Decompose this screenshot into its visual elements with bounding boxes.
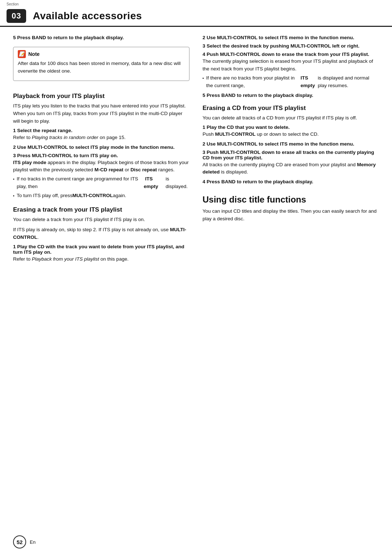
note-box: 📝 Note After data for 100 discs has been… [13, 47, 189, 81]
playback-step3-mcd: M-CD repeat [94, 167, 123, 172]
playback-step3-body: ITS play mode appears in the display. Pl… [13, 159, 189, 174]
ecd-step3-bold: Memory deleted [203, 162, 376, 175]
section-number: 03 [7, 9, 26, 23]
ecd-step3: 3 Push MULTI-CONTROL down to erase all t… [203, 150, 379, 176]
ecd-step3-body: All tracks on the currently playing CD a… [203, 161, 379, 176]
ecd-step1: 1 Play the CD that you want to delete. P… [203, 125, 379, 138]
right-step4-bullet1-bold: ITS empty [301, 74, 318, 90]
left-column: 5 Press BAND to return to the playback d… [13, 35, 189, 266]
section-label: Section [0, 0, 392, 6]
using-disc-intro: You can input CD titles and display the … [203, 208, 379, 223]
step-5-left-title: 5 Press BAND to return to the playback d… [13, 35, 189, 40]
erasing-track-intro2-bold: MULTI-CONTROL [13, 227, 186, 240]
ecd-step4-title: 4 Press BAND to return to the playback d… [203, 179, 379, 184]
right-step4-bullet1: If there are no tracks from your playlis… [203, 74, 379, 90]
right-step3-title: 3 Select the desired track by pushing MU… [203, 43, 379, 49]
playback-bullet1-bold: ITS empty [144, 175, 166, 191]
note-icon: 📝 [18, 50, 26, 58]
playback-step1-body: Refer to Playing tracks in random order … [13, 134, 189, 142]
playback-step1: 1 Select the repeat range. Refer to Play… [13, 128, 189, 142]
erasing-step1: 1 Play the CD with the track you want to… [13, 244, 189, 263]
erasing-step1-title: 1 Play the CD with the track you want to… [13, 244, 189, 255]
step-5-left: 5 Press BAND to return to the playback d… [13, 35, 189, 40]
ecd-step2: 2 Use MULTI-CONTROL to select ITS memo i… [203, 141, 379, 147]
playback-step1-ref: Playing tracks in random order [32, 135, 98, 140]
right-step3: 3 Select the desired track by pushing MU… [203, 43, 379, 49]
playback-bullet2: To turn ITS play off, press MULTI-CONTRO… [13, 192, 189, 200]
playback-bullet2-bold: MULTI-CONTROL [72, 192, 113, 200]
ecd-step1-body-bold: MULTI-CONTROL [215, 131, 256, 137]
playback-step3-its: ITS play mode [13, 160, 46, 165]
playback-step2-title: 2 Use MULTI-CONTROL to select ITS play m… [13, 144, 189, 150]
ecd-step4: 4 Press BAND to return to the playback d… [203, 179, 379, 184]
ecd-step2-title: 2 Use MULTI-CONTROL to select ITS memo i… [203, 141, 379, 147]
erasing-track-intro2: If ITS play is already on, skip to step … [13, 226, 189, 241]
using-disc-heading: Using disc title functions [203, 195, 379, 205]
right-step4: 4 Push MULTI-CONTROL down to erase the t… [203, 52, 379, 90]
footer: 52 En [13, 535, 36, 548]
note-text: After data for 100 discs has been stored… [18, 60, 185, 75]
right-column: 2 Use MULTI-CONTROL to select ITS memo i… [203, 35, 379, 266]
playback-step3-title: 3 Press MULTI-CONTROL to turn ITS play o… [13, 153, 189, 158]
page-number: 52 [13, 535, 26, 548]
right-step5-title: 5 Press BAND to return to the playback d… [203, 93, 379, 98]
playback-step1-title: 1 Select the repeat range. [13, 128, 189, 133]
right-step2: 2 Use MULTI-CONTROL to select ITS memo i… [203, 35, 379, 40]
right-step4-body1: The currently playing selection is erase… [203, 58, 379, 73]
playback-step2: 2 Use MULTI-CONTROL to select ITS play m… [13, 144, 189, 150]
playback-step3-disc: Disc repeat [130, 167, 157, 172]
note-header: 📝 Note [18, 50, 185, 58]
erasing-track-intro1: You can delete a track from your ITS pla… [13, 216, 189, 224]
main-content: 5 Press BAND to return to the playback d… [0, 27, 392, 266]
page-title: Available accessories [33, 10, 142, 22]
erasing-cd-intro: You can delete all tracks of a CD from y… [203, 114, 379, 122]
note-label: Note [28, 50, 40, 58]
ecd-step3-title: 3 Push MULTI-CONTROL down to erase all t… [203, 150, 379, 160]
playback-step3: 3 Press MULTI-CONTROL to turn ITS play o… [13, 153, 189, 200]
playback-intro: ITS play lets you listen to the tracks t… [13, 102, 189, 125]
erasing-step1-body: Refer to Playback from your ITS playlist… [13, 256, 189, 263]
erasing-track-heading: Erasing a track from your ITS playlist [13, 206, 189, 213]
ecd-step1-body: Push MULTI-CONTROL up or down to select … [203, 131, 379, 138]
playback-heading: Playback from your ITS playlist [13, 93, 189, 100]
right-step5: 5 Press BAND to return to the playback d… [203, 93, 379, 98]
header: 03 Available accessories [0, 6, 392, 27]
lang-label: En [30, 539, 36, 545]
erasing-cd-heading: Erasing a CD from your ITS playlist [203, 105, 379, 112]
ecd-step1-title: 1 Play the CD that you want to delete. [203, 125, 379, 130]
playback-bullet1: If no tracks in the current range are pr… [13, 175, 189, 191]
right-step2-title: 2 Use MULTI-CONTROL to select ITS memo i… [203, 35, 379, 40]
right-step4-title: 4 Push MULTI-CONTROL down to erase the t… [203, 52, 379, 57]
page: Section 03 Available accessories 5 Press… [0, 0, 392, 555]
erasing-step1-ref: Playback from your ITS playlist [32, 256, 99, 262]
